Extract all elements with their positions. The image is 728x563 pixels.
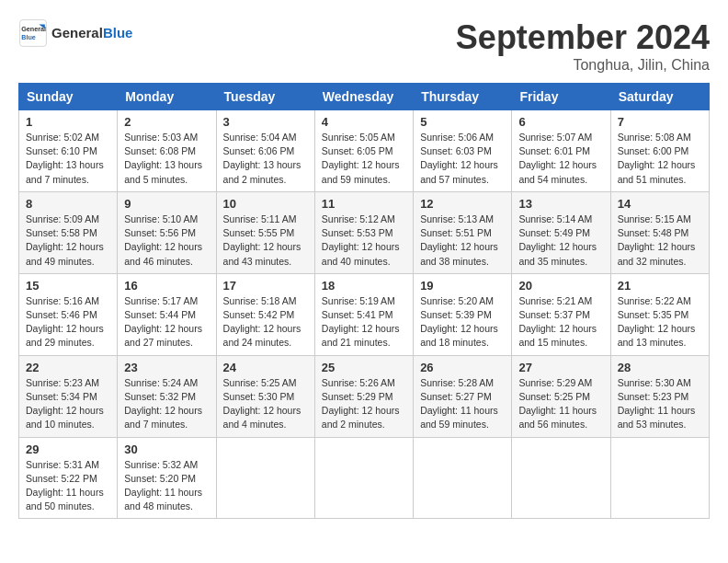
day-info: Sunrise: 5:07 AMSunset: 6:01 PMDaylight:… [518, 131, 603, 187]
day-info: Sunrise: 5:25 AMSunset: 5:30 PMDaylight:… [223, 376, 308, 432]
calendar-cell: 16Sunrise: 5:17 AMSunset: 5:44 PMDayligh… [118, 273, 216, 355]
day-number: 14 [618, 197, 702, 211]
day-number: 25 [322, 361, 406, 374]
calendar-cell: 5Sunrise: 5:06 AMSunset: 6:03 PMDaylight… [414, 110, 512, 192]
day-info: Sunrise: 5:12 AMSunset: 5:53 PMDaylight:… [322, 213, 406, 269]
week-row-3: 15Sunrise: 5:16 AMSunset: 5:46 PMDayligh… [19, 273, 710, 355]
day-info: Sunrise: 5:28 AMSunset: 5:27 PMDaylight:… [420, 376, 505, 432]
day-info: Sunrise: 5:08 AMSunset: 6:00 PMDaylight:… [618, 131, 702, 187]
day-number: 11 [322, 197, 406, 211]
col-header-friday: Friday [512, 84, 610, 110]
col-header-wednesday: Wednesday [314, 84, 413, 110]
day-info: Sunrise: 5:29 AMSunset: 5:25 PMDaylight:… [518, 376, 603, 432]
col-header-thursday: Thursday [414, 84, 512, 110]
calendar-cell [610, 437, 709, 519]
day-info: Sunrise: 5:02 AMSunset: 6:10 PMDaylight:… [26, 131, 110, 187]
day-number: 23 [124, 361, 209, 374]
calendar-table: SundayMondayTuesdayWednesdayThursdayFrid… [18, 83, 710, 519]
logo-blue: Blue [103, 25, 133, 40]
day-number: 10 [223, 197, 308, 211]
day-number: 27 [518, 361, 603, 374]
calendar-cell: 13Sunrise: 5:14 AMSunset: 5:49 PMDayligh… [512, 191, 610, 273]
day-info: Sunrise: 5:06 AMSunset: 6:03 PMDaylight:… [420, 131, 505, 187]
day-info: Sunrise: 5:32 AMSunset: 5:20 PMDaylight:… [124, 458, 209, 514]
col-header-saturday: Saturday [610, 84, 709, 110]
day-number: 8 [26, 197, 110, 211]
day-info: Sunrise: 5:24 AMSunset: 5:32 PMDaylight:… [124, 376, 209, 432]
calendar-cell: 2Sunrise: 5:03 AMSunset: 6:08 PMDaylight… [118, 110, 216, 192]
day-info: Sunrise: 5:05 AMSunset: 6:05 PMDaylight:… [322, 131, 406, 187]
day-info: Sunrise: 5:18 AMSunset: 5:42 PMDaylight:… [223, 294, 308, 350]
day-number: 7 [618, 115, 702, 129]
day-number: 13 [518, 197, 603, 211]
calendar-cell: 22Sunrise: 5:23 AMSunset: 5:34 PMDayligh… [19, 355, 118, 437]
day-info: Sunrise: 5:26 AMSunset: 5:29 PMDaylight:… [322, 376, 406, 432]
week-row-5: 29Sunrise: 5:31 AMSunset: 5:22 PMDayligh… [19, 437, 710, 519]
calendar-cell: 25Sunrise: 5:26 AMSunset: 5:29 PMDayligh… [314, 355, 413, 437]
svg-text:Blue: Blue [21, 33, 36, 41]
calendar-header-row: SundayMondayTuesdayWednesdayThursdayFrid… [19, 84, 710, 110]
day-number: 29 [26, 442, 110, 456]
day-number: 12 [420, 197, 505, 211]
day-number: 15 [26, 279, 110, 293]
calendar-cell: 6Sunrise: 5:07 AMSunset: 6:01 PMDaylight… [512, 110, 610, 192]
day-info: Sunrise: 5:03 AMSunset: 6:08 PMDaylight:… [124, 131, 209, 187]
calendar-cell: 9Sunrise: 5:10 AMSunset: 5:56 PMDaylight… [118, 191, 216, 273]
day-info: Sunrise: 5:10 AMSunset: 5:56 PMDaylight:… [124, 213, 209, 269]
calendar-cell: 29Sunrise: 5:31 AMSunset: 5:22 PMDayligh… [19, 437, 118, 519]
week-row-4: 22Sunrise: 5:23 AMSunset: 5:34 PMDayligh… [19, 355, 710, 437]
day-info: Sunrise: 5:14 AMSunset: 5:49 PMDaylight:… [518, 213, 603, 269]
day-number: 20 [518, 279, 603, 293]
col-header-monday: Monday [118, 84, 216, 110]
calendar-cell: 8Sunrise: 5:09 AMSunset: 5:58 PMDaylight… [19, 191, 118, 273]
day-number: 2 [124, 115, 209, 129]
calendar-cell: 21Sunrise: 5:22 AMSunset: 5:35 PMDayligh… [610, 273, 709, 355]
day-number: 1 [26, 115, 110, 129]
day-number: 22 [26, 361, 110, 374]
calendar-cell: 24Sunrise: 5:25 AMSunset: 5:30 PMDayligh… [216, 355, 314, 437]
day-number: 24 [223, 361, 308, 374]
calendar-cell: 28Sunrise: 5:30 AMSunset: 5:23 PMDayligh… [610, 355, 709, 437]
day-number: 18 [322, 279, 406, 293]
calendar-cell: 23Sunrise: 5:24 AMSunset: 5:32 PMDayligh… [118, 355, 216, 437]
day-number: 30 [124, 442, 209, 456]
calendar-cell: 27Sunrise: 5:29 AMSunset: 5:25 PMDayligh… [512, 355, 610, 437]
calendar-cell [314, 437, 413, 519]
calendar-cell: 10Sunrise: 5:11 AMSunset: 5:55 PMDayligh… [216, 191, 314, 273]
day-number: 28 [618, 361, 702, 374]
day-info: Sunrise: 5:15 AMSunset: 5:48 PMDaylight:… [618, 213, 702, 269]
calendar-cell: 17Sunrise: 5:18 AMSunset: 5:42 PMDayligh… [216, 273, 314, 355]
week-row-2: 8Sunrise: 5:09 AMSunset: 5:58 PMDaylight… [19, 191, 710, 273]
day-number: 16 [124, 279, 209, 293]
calendar-cell: 14Sunrise: 5:15 AMSunset: 5:48 PMDayligh… [610, 191, 709, 273]
col-header-sunday: Sunday [19, 84, 118, 110]
calendar-cell [216, 437, 314, 519]
day-info: Sunrise: 5:31 AMSunset: 5:22 PMDaylight:… [26, 458, 110, 514]
day-info: Sunrise: 5:21 AMSunset: 5:37 PMDaylight:… [518, 294, 603, 350]
calendar-cell [512, 437, 610, 519]
day-number: 26 [420, 361, 505, 374]
calendar-cell: 1Sunrise: 5:02 AMSunset: 6:10 PMDaylight… [19, 110, 118, 192]
logo-icon: General Blue [18, 18, 48, 48]
day-info: Sunrise: 5:09 AMSunset: 5:58 PMDaylight:… [26, 213, 110, 269]
calendar-cell [414, 437, 512, 519]
day-number: 21 [618, 279, 702, 293]
day-info: Sunrise: 5:13 AMSunset: 5:51 PMDaylight:… [420, 213, 505, 269]
calendar-cell: 4Sunrise: 5:05 AMSunset: 6:05 PMDaylight… [314, 110, 413, 192]
calendar-cell: 7Sunrise: 5:08 AMSunset: 6:00 PMDaylight… [610, 110, 709, 192]
col-header-tuesday: Tuesday [216, 84, 314, 110]
day-number: 5 [420, 115, 505, 129]
calendar-cell: 30Sunrise: 5:32 AMSunset: 5:20 PMDayligh… [118, 437, 216, 519]
day-info: Sunrise: 5:19 AMSunset: 5:41 PMDaylight:… [322, 294, 406, 350]
day-info: Sunrise: 5:30 AMSunset: 5:23 PMDaylight:… [618, 376, 702, 432]
day-info: Sunrise: 5:04 AMSunset: 6:06 PMDaylight:… [223, 131, 308, 187]
title-block: September 2024 Tonghua, Jilin, China [456, 18, 710, 74]
calendar-cell: 20Sunrise: 5:21 AMSunset: 5:37 PMDayligh… [512, 273, 610, 355]
calendar-cell: 15Sunrise: 5:16 AMSunset: 5:46 PMDayligh… [19, 273, 118, 355]
day-info: Sunrise: 5:22 AMSunset: 5:35 PMDaylight:… [618, 294, 702, 350]
day-number: 9 [124, 197, 209, 211]
page-header: General Blue GeneralBlue September 2024 … [18, 18, 710, 74]
week-row-1: 1Sunrise: 5:02 AMSunset: 6:10 PMDaylight… [19, 110, 710, 192]
day-info: Sunrise: 5:11 AMSunset: 5:55 PMDaylight:… [223, 213, 308, 269]
day-number: 4 [322, 115, 406, 129]
